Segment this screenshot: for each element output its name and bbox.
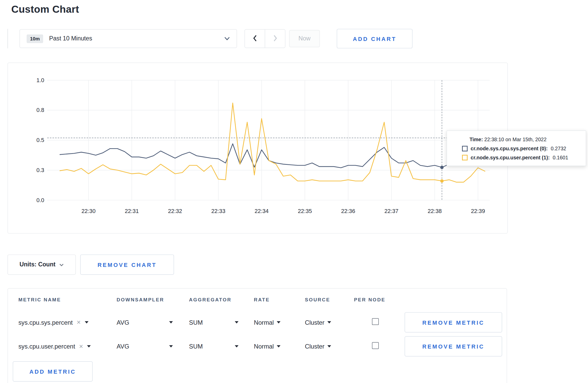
caret-down-icon (169, 345, 173, 347)
chevron-down-icon (224, 37, 230, 40)
toolbar: 10m Past 10 Minutes Now ADD CHART (8, 29, 588, 48)
tooltip-series-name: cr.node.sys.cpu.user.percent (1): (471, 155, 550, 160)
header-metric-name: METRIC NAME (18, 297, 117, 302)
chevron-right-icon (273, 34, 277, 43)
units-label: Units: Count (19, 261, 55, 268)
caret-down-icon (277, 345, 281, 347)
prev-timeframe-button[interactable] (244, 29, 265, 48)
header-per-node: PER NODE (354, 297, 404, 302)
caret-down-icon (85, 321, 88, 324)
metric-name-select[interactable]: sys.cpu.sys.percent ✕ (18, 319, 117, 326)
metric-name-label: sys.cpu.sys.percent (18, 319, 73, 326)
time-range-label: Past 10 Minutes (49, 35, 92, 42)
chart-card: 0.00.30.50.81.022:3022:3122:3222:3322:34… (8, 63, 508, 234)
aggregator-value: SUM (189, 343, 203, 350)
tooltip-time-value: 22:38:10 on Mar 15th, 2022 (484, 137, 547, 143)
metric-name-select[interactable]: sys.cpu.user.percent ✕ (18, 343, 117, 350)
tooltip-time: Time: 22:38:10 on Mar 15th, 2022 (470, 137, 579, 143)
downsampler-select[interactable]: AVG (117, 343, 173, 350)
downsampler-value: AVG (117, 343, 129, 350)
y-tick-label: 0.3 (37, 167, 44, 173)
y-tick-label: 0.8 (37, 107, 44, 113)
metric-row: sys.cpu.user.percent ✕ AVG SUM Normal Cl… (8, 334, 507, 358)
aggregator-select[interactable]: SUM (189, 343, 239, 350)
x-tick-label: 22:33 (211, 208, 225, 214)
caret-down-icon (169, 321, 173, 324)
next-timeframe-button[interactable] (265, 29, 285, 48)
header-rate: RATE (254, 297, 305, 302)
tooltip-time-label: Time: (470, 137, 483, 143)
units-dropdown[interactable]: Units: Count (8, 254, 76, 275)
clear-metric-icon[interactable]: ✕ (76, 319, 81, 325)
header-downsampler: DOWNSAMPLER (117, 297, 189, 302)
chart-tooltip: Time: 22:38:10 on Mar 15th, 2022 cr.node… (447, 130, 586, 166)
caret-down-icon (327, 321, 331, 324)
per-node-checkbox[interactable] (372, 318, 379, 325)
rate-value: Normal (254, 343, 274, 350)
remove-metric-button[interactable]: REMOVE METRIC (405, 312, 502, 332)
x-tick-label: 22:38 (428, 208, 442, 214)
downsampler-select[interactable]: AVG (117, 319, 173, 326)
rate-select[interactable]: Normal (254, 343, 305, 350)
chart-plot[interactable]: 0.00.30.50.81.022:3022:3122:3222:3322:34… (8, 63, 507, 233)
x-tick-label: 22:32 (168, 208, 182, 214)
custom-chart-page: Custom Chart 10m Past 10 Minutes Now ADD… (0, 0, 588, 383)
header-aggregator: AGGREGATOR (189, 297, 254, 302)
metric-name-label: sys.cpu.user.percent (18, 343, 75, 350)
chevron-down-icon (59, 261, 64, 268)
add-metric-button[interactable]: ADD METRIC (13, 361, 93, 381)
remove-metric-button[interactable]: REMOVE METRIC (405, 336, 502, 356)
tooltip-series-value: 0.1601 (553, 155, 568, 160)
x-tick-label: 22:36 (341, 208, 355, 214)
page-title: Custom Chart (11, 4, 588, 15)
tooltip-series-value: 0.2732 (551, 146, 566, 152)
caret-down-icon (327, 345, 331, 347)
x-tick-label: 22:31 (125, 208, 139, 214)
sys-series-swatch-icon (462, 146, 468, 152)
caret-down-icon (235, 321, 238, 324)
y-tick-label: 1.0 (37, 77, 44, 83)
rate-value: Normal (254, 319, 274, 326)
per-node-checkbox[interactable] (372, 342, 379, 349)
chevron-left-icon (253, 34, 257, 43)
chart-controls: Units: Count REMOVE CHART (8, 254, 588, 275)
y-tick-label: 0.0 (37, 197, 44, 203)
aggregator-select[interactable]: SUM (189, 319, 239, 326)
now-button[interactable]: Now (289, 30, 320, 47)
crosshair-point-cr.node.sys.cpu.user.percent (440, 179, 444, 183)
rate-select[interactable]: Normal (254, 319, 305, 326)
caret-down-icon (277, 321, 281, 324)
crosshair-point-cr.node.sys.cpu.sys.percent (440, 166, 444, 169)
time-pager (244, 29, 285, 48)
caret-down-icon (235, 345, 238, 347)
x-tick-label: 22:30 (81, 208, 95, 214)
source-select[interactable]: Cluster (305, 343, 354, 350)
downsampler-value: AVG (117, 319, 129, 326)
clear-metric-icon[interactable]: ✕ (79, 343, 83, 349)
source-value: Cluster (305, 343, 325, 350)
x-tick-label: 22:37 (384, 208, 398, 214)
add-chart-button[interactable]: ADD CHART (337, 29, 412, 48)
time-range-badge: 10m (27, 34, 43, 43)
caret-down-icon (87, 345, 91, 347)
tooltip-series-name: cr.node.sys.cpu.sys.percent (0): (471, 146, 548, 152)
x-tick-label: 22:39 (471, 208, 485, 214)
source-value: Cluster (305, 319, 325, 326)
metrics-table-header: METRIC NAME DOWNSAMPLER AGGREGATOR RATE … (8, 289, 507, 310)
user-series-swatch-icon (462, 155, 468, 160)
tooltip-series-row: cr.node.sys.cpu.sys.percent (0): 0.2732 (462, 146, 579, 152)
metrics-table: METRIC NAME DOWNSAMPLER AGGREGATOR RATE … (8, 288, 507, 383)
series-line-cr.node.sys.cpu.sys.percent (60, 144, 485, 168)
time-range-dropdown[interactable]: 10m Past 10 Minutes (19, 29, 237, 48)
remove-chart-button[interactable]: REMOVE CHART (80, 254, 174, 275)
x-tick-label: 22:35 (298, 208, 312, 214)
metric-row: sys.cpu.sys.percent ✕ AVG SUM Normal Clu… (8, 310, 507, 335)
tooltip-series-row: cr.node.sys.cpu.user.percent (1): 0.1601 (462, 155, 579, 160)
header-source: SOURCE (305, 297, 354, 302)
source-select[interactable]: Cluster (305, 319, 354, 326)
x-tick-label: 22:34 (255, 208, 269, 214)
aggregator-value: SUM (189, 319, 203, 326)
y-tick-label: 0.5 (37, 137, 44, 143)
